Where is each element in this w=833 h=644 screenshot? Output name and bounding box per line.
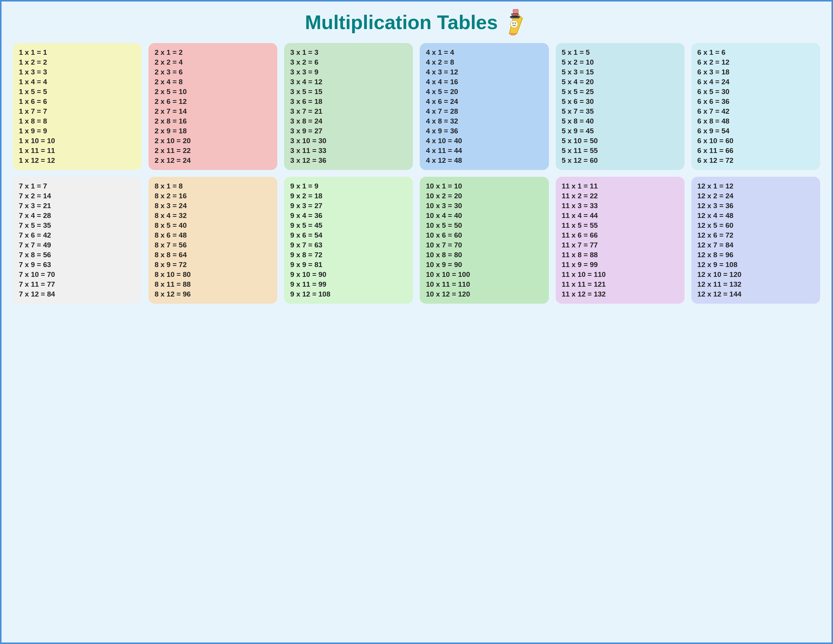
table-entry: 11 x 9 = 99 — [562, 261, 679, 269]
table-entry: 9 x 12 = 108 — [290, 290, 407, 299]
table-card-8: 8 x 1 = 88 x 2 = 168 x 3 = 248 x 4 = 328… — [148, 177, 277, 304]
table-entry: 1 x 7 = 7 — [19, 107, 136, 116]
table-entry: 6 x 1 = 6 — [697, 48, 814, 57]
svg-rect-2 — [513, 9, 518, 14]
table-entry: 4 x 1 = 4 — [426, 48, 542, 57]
table-entry: 5 x 1 = 5 — [562, 48, 679, 57]
table-entry: 11 x 10 = 110 — [562, 270, 679, 279]
table-entry: 8 x 11 = 88 — [154, 280, 271, 289]
page-title: Multiplication Tables — [9, 9, 824, 35]
table-entry: 5 x 10 = 50 — [562, 137, 679, 145]
table-entry: 8 x 12 = 96 — [154, 290, 271, 299]
table-card-12: 12 x 1 = 1212 x 2 = 2412 x 3 = 3612 x 4 … — [691, 177, 820, 304]
table-card-6: 6 x 1 = 66 x 2 = 126 x 3 = 186 x 4 = 246… — [691, 43, 820, 170]
table-entry: 8 x 4 = 32 — [154, 212, 271, 220]
table-entry: 10 x 8 = 80 — [426, 251, 542, 259]
table-entry: 10 x 1 = 10 — [426, 182, 542, 190]
table-entry: 5 x 8 = 40 — [562, 117, 679, 125]
svg-rect-8 — [510, 16, 520, 18]
table-entry: 4 x 9 = 36 — [426, 127, 542, 135]
table-entry: 3 x 1 = 3 — [290, 48, 407, 57]
table-entry: 11 x 6 = 66 — [562, 231, 679, 239]
table-card-11: 11 x 1 = 1111 x 2 = 2211 x 3 = 3311 x 4 … — [556, 177, 685, 304]
table-entry: 1 x 9 = 9 — [19, 127, 136, 135]
table-entry: 10 x 11 = 110 — [426, 280, 542, 289]
table-entry: 11 x 4 = 44 — [562, 212, 679, 220]
svg-point-6 — [515, 22, 516, 24]
table-entry: 1 x 12 = 12 — [19, 156, 136, 165]
table-entry: 3 x 11 = 33 — [290, 146, 407, 155]
table-entry: 7 x 8 = 56 — [19, 251, 136, 259]
table-entry: 11 x 12 = 132 — [562, 290, 679, 299]
table-entry: 11 x 8 = 88 — [562, 251, 679, 259]
table-entry: 6 x 2 = 12 — [697, 58, 814, 66]
table-entry: 9 x 3 = 27 — [290, 202, 407, 210]
table-entry: 1 x 3 = 3 — [19, 68, 136, 76]
table-entry: 5 x 2 = 10 — [562, 58, 679, 66]
table-entry: 3 x 9 = 27 — [290, 127, 407, 135]
table-entry: 2 x 10 = 20 — [154, 137, 271, 145]
table-entry: 10 x 12 = 120 — [426, 290, 542, 299]
table-entry: 9 x 1 = 9 — [290, 182, 407, 190]
table-entry: 9 x 9 = 81 — [290, 261, 407, 269]
table-entry: 4 x 11 = 44 — [426, 146, 542, 155]
table-entry: 7 x 11 = 77 — [19, 280, 136, 289]
tables-grid: 1 x 1 = 11 x 2 = 21 x 3 = 31 x 4 = 41 x … — [9, 39, 824, 311]
table-entry: 8 x 10 = 80 — [154, 270, 271, 279]
table-entry: 12 x 10 = 120 — [697, 270, 814, 279]
table-entry: 7 x 12 = 84 — [19, 290, 136, 299]
table-entry: 1 x 4 = 4 — [19, 78, 136, 86]
table-entry: 4 x 7 = 28 — [426, 107, 542, 116]
table-entry: 2 x 1 = 2 — [154, 48, 271, 57]
table-entry: 12 x 2 = 24 — [697, 192, 814, 200]
table-entry: 6 x 5 = 30 — [697, 88, 814, 96]
table-card-4: 4 x 1 = 44 x 2 = 84 x 3 = 124 x 4 = 164 … — [420, 43, 548, 170]
table-entry: 12 x 6 = 72 — [697, 231, 814, 239]
table-entry: 9 x 7 = 63 — [290, 241, 407, 249]
table-entry: 3 x 8 = 24 — [290, 117, 407, 125]
table-entry: 6 x 12 = 72 — [697, 156, 814, 165]
table-entry: 6 x 11 = 66 — [697, 146, 814, 155]
table-entry: 7 x 3 = 21 — [19, 202, 136, 210]
table-entry: 8 x 1 = 8 — [154, 182, 271, 190]
table-entry: 10 x 5 = 50 — [426, 222, 542, 230]
table-entry: 6 x 4 = 24 — [697, 78, 814, 86]
table-entry: 7 x 4 = 28 — [19, 212, 136, 220]
svg-rect-9 — [512, 14, 518, 16]
table-entry: 12 x 4 = 48 — [697, 212, 814, 220]
table-entry: 5 x 5 = 25 — [562, 88, 679, 96]
table-entry: 3 x 4 = 12 — [290, 78, 407, 86]
table-entry: 7 x 9 = 63 — [19, 261, 136, 269]
table-entry: 6 x 6 = 36 — [697, 98, 814, 106]
table-entry: 2 x 9 = 18 — [154, 127, 271, 135]
table-entry: 12 x 11 = 132 — [697, 280, 814, 289]
table-entry: 12 x 1 = 12 — [697, 182, 814, 190]
table-entry: 7 x 5 = 35 — [19, 222, 136, 230]
table-entry: 2 x 4 = 8 — [154, 78, 271, 86]
svg-point-5 — [512, 22, 513, 24]
table-entry: 1 x 10 = 10 — [19, 137, 136, 145]
table-entry: 4 x 5 = 20 — [426, 88, 542, 96]
table-entry: 12 x 9 = 108 — [697, 261, 814, 269]
table-entry: 10 x 3 = 30 — [426, 202, 542, 210]
table-entry: 7 x 6 = 42 — [19, 231, 136, 239]
table-entry: 2 x 11 = 22 — [154, 146, 271, 155]
table-entry: 1 x 11 = 11 — [19, 146, 136, 155]
table-entry: 1 x 6 = 6 — [19, 98, 136, 106]
table-entry: 11 x 5 = 55 — [562, 222, 679, 230]
table-entry: 10 x 2 = 20 — [426, 192, 542, 200]
table-entry: 4 x 6 = 24 — [426, 98, 542, 106]
table-entry: 7 x 1 = 7 — [19, 182, 136, 190]
table-entry: 2 x 2 = 4 — [154, 58, 271, 66]
table-card-9: 9 x 1 = 99 x 2 = 189 x 3 = 279 x 4 = 369… — [284, 177, 413, 304]
table-entry: 5 x 4 = 20 — [562, 78, 679, 86]
table-entry: 3 x 5 = 15 — [290, 88, 407, 96]
table-entry: 3 x 6 = 18 — [290, 98, 407, 106]
table-entry: 12 x 8 = 96 — [697, 251, 814, 259]
table-entry: 9 x 6 = 54 — [290, 231, 407, 239]
table-entry: 3 x 10 = 30 — [290, 137, 407, 145]
table-entry: 6 x 7 = 42 — [697, 107, 814, 116]
table-entry: 8 x 7 = 56 — [154, 241, 271, 249]
pencil-icon — [502, 9, 528, 35]
table-entry: 10 x 4 = 40 — [426, 212, 542, 220]
